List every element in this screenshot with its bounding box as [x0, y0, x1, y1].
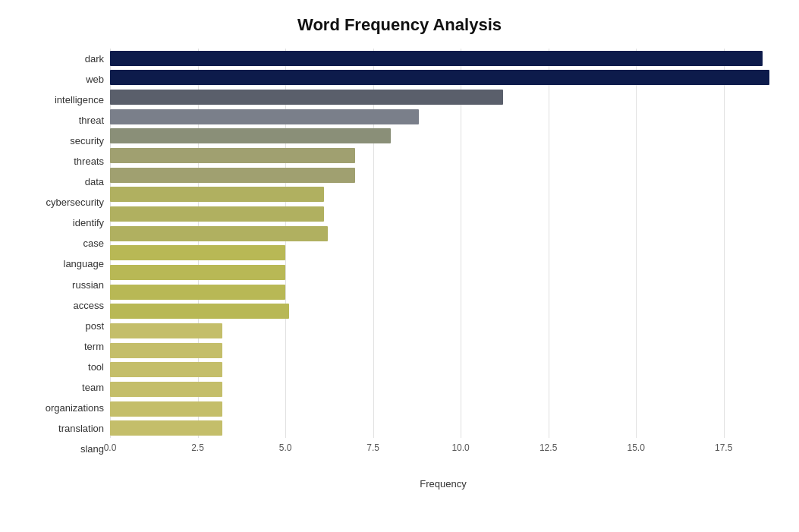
bars-and-grid: 0.02.55.07.510.012.515.017.5 Frequency — [110, 49, 776, 459]
bar — [110, 128, 391, 143]
bar — [110, 51, 763, 66]
y-label: data — [85, 172, 104, 192]
y-label: identify — [73, 212, 104, 233]
bar — [110, 343, 222, 358]
x-tick-label: 2.5 — [191, 442, 204, 453]
bar — [110, 245, 285, 260]
bar-row — [110, 204, 776, 224]
chart-container: Word Frequency Analysis darkwebintellige… — [0, 0, 799, 532]
x-tick-label: 17.5 — [715, 442, 732, 453]
bar-row — [110, 321, 776, 341]
y-label: term — [84, 336, 104, 357]
bar-row — [110, 379, 776, 399]
x-tick-label: 15.0 — [627, 442, 644, 453]
bar-row — [110, 418, 776, 438]
bar — [110, 362, 222, 377]
bar-row — [110, 107, 776, 127]
bar-row — [110, 185, 776, 205]
bar-row — [110, 127, 776, 146]
bar-row — [110, 263, 776, 282]
bar — [110, 109, 419, 124]
bar-row — [110, 302, 776, 322]
bar-row — [110, 244, 776, 263]
y-label: language — [64, 253, 105, 274]
x-tick-label: 7.5 — [366, 442, 379, 453]
bar — [110, 265, 285, 280]
bar — [110, 148, 355, 163]
y-label: slang — [80, 439, 104, 459]
bar-row — [110, 49, 776, 68]
x-tick-label: 12.5 — [539, 442, 557, 453]
x-axis-title: Frequency — [420, 478, 466, 490]
bar — [110, 70, 769, 85]
bar-row — [110, 68, 776, 88]
y-label: team — [82, 377, 104, 398]
chart-area: darkwebintelligencethreatsecuritythreats… — [23, 49, 776, 459]
bar — [110, 168, 355, 183]
y-axis-labels: darkwebintelligencethreatsecuritythreats… — [23, 49, 110, 459]
chart-title: Word Frequency Analysis — [23, 15, 776, 35]
bar — [110, 382, 222, 397]
bar — [110, 323, 222, 338]
y-label: intelligence — [55, 90, 104, 110]
bar — [110, 304, 289, 319]
x-tick-label: 10.0 — [451, 442, 469, 453]
y-label: case — [83, 233, 104, 253]
y-label: threats — [74, 151, 104, 172]
bar-row — [110, 146, 776, 165]
x-axis-labels: 0.02.55.07.510.012.515.017.5 — [110, 438, 776, 459]
bar — [110, 206, 324, 222]
y-label: post — [85, 316, 104, 336]
bar-row — [110, 399, 776, 419]
bar — [110, 226, 328, 241]
y-label: web — [86, 69, 104, 90]
bar — [110, 187, 324, 202]
y-label: dark — [85, 49, 104, 69]
bar-row — [110, 165, 776, 185]
x-tick-label: 0.0 — [104, 442, 117, 453]
bar-row — [110, 282, 776, 302]
bar-row — [110, 224, 776, 244]
bar — [110, 285, 285, 300]
bar — [110, 420, 222, 436]
y-label: tool — [88, 357, 104, 377]
x-tick-label: 5.0 — [279, 442, 292, 453]
y-label: cybersecurity — [46, 192, 104, 212]
bar-row — [110, 87, 776, 107]
y-label: threat — [79, 110, 104, 131]
y-label: translation — [58, 418, 104, 439]
bar — [110, 90, 503, 105]
bar — [110, 401, 222, 417]
y-label: access — [74, 295, 104, 316]
bar-row — [110, 360, 776, 380]
bars-wrapper — [110, 49, 776, 459]
y-label: organizations — [46, 398, 104, 418]
y-label: russian — [72, 275, 104, 295]
bar-row — [110, 341, 776, 360]
y-label: security — [70, 131, 104, 151]
